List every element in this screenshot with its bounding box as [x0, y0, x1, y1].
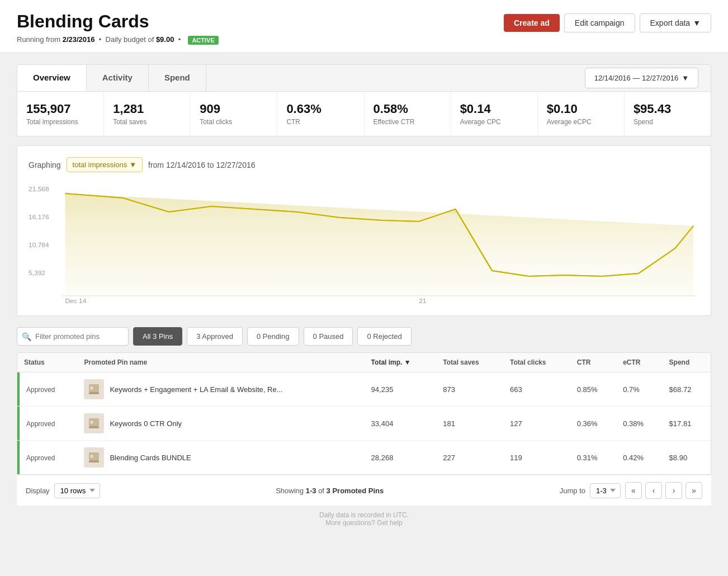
filter-all-pins[interactable]: All 3 Pins	[133, 327, 182, 346]
cell-status: Approved	[17, 407, 77, 441]
chevron-down-icon: ▼	[682, 74, 689, 82]
chart-area: 21,568 16,176 10,784 5,392	[29, 181, 699, 304]
svg-text:Dec 14: Dec 14	[65, 298, 87, 304]
status-badge: ACTIVE	[188, 36, 218, 45]
tab-activity[interactable]: Activity	[87, 65, 149, 91]
last-page-button[interactable]: »	[686, 482, 702, 499]
table-row: Approved Blending Cards BUNDLE 28,268 22…	[17, 441, 711, 475]
pin-thumb-icon	[87, 451, 101, 464]
campaign-meta: Running from 2/23/2016 • Daily budget of…	[17, 35, 219, 44]
graph-section: Graphing total impressions ▼ from 12/14/…	[17, 145, 711, 316]
cell-total-saves: 873	[436, 372, 503, 407]
pin-thumbnail	[84, 447, 104, 468]
cell-total-saves: 181	[436, 407, 503, 441]
stat-effective-ctr: 0.58% Effective CTR	[365, 92, 451, 136]
footer-note: Daily data is recorded in UTC. More ques…	[17, 506, 711, 532]
export-data-button[interactable]: Export data ▼	[640, 13, 711, 32]
svg-point-15	[90, 455, 93, 458]
cell-spend: $68.72	[663, 372, 711, 407]
filter-input[interactable]	[17, 327, 129, 346]
filter-approved[interactable]: 3 Approved	[187, 327, 243, 346]
cell-ctr: 0.85%	[570, 372, 616, 407]
cell-total-clicks: 119	[503, 441, 570, 475]
next-page-button[interactable]: ›	[665, 482, 682, 499]
page-header: Blending Cards Running from 2/23/2016 • …	[0, 0, 728, 53]
graph-header: Graphing total impressions ▼ from 12/14/…	[29, 157, 699, 172]
jump-to-select[interactable]: 1-3	[590, 483, 621, 498]
status-bar-indicator	[17, 372, 20, 406]
cell-total-imp: 94,235	[365, 372, 437, 407]
edit-campaign-button[interactable]: Edit campaign	[564, 13, 635, 32]
svg-text:10,784: 10,784	[29, 242, 49, 248]
cell-pin-name: Keywords + Engagement + LA Email & Websi…	[77, 372, 364, 407]
svg-rect-11	[89, 426, 99, 428]
status-bar-indicator	[17, 407, 20, 440]
col-status: Status	[17, 353, 77, 372]
cell-spend: $17.81	[663, 407, 711, 441]
col-total-saves: Total saves	[436, 353, 503, 372]
prev-page-button[interactable]: ‹	[645, 482, 662, 499]
filter-paused[interactable]: 0 Paused	[304, 327, 353, 346]
svg-point-9	[90, 386, 93, 390]
col-spend: Spend	[663, 353, 711, 372]
cell-status: Approved	[17, 441, 77, 475]
cell-total-clicks: 127	[503, 407, 570, 441]
table-footer: Display 10 rows Showing 1-3 of 3 Promote…	[17, 475, 711, 506]
svg-point-12	[90, 421, 93, 424]
first-page-button[interactable]: «	[625, 482, 642, 499]
cell-total-clicks: 663	[503, 372, 570, 407]
header-actions: Create ad Edit campaign Export data ▼	[504, 13, 711, 32]
cell-total-imp: 28,268	[365, 441, 437, 475]
svg-text:21: 21	[419, 298, 426, 304]
svg-text:21,568: 21,568	[29, 186, 49, 192]
status-bar-indicator	[17, 441, 20, 474]
filter-rejected[interactable]: 0 Rejected	[357, 327, 411, 346]
pin-thumb-icon	[87, 417, 101, 430]
col-total-imp[interactable]: Total imp. ▼	[365, 353, 437, 372]
tab-spend[interactable]: Spend	[149, 65, 206, 91]
chevron-down-icon: ▼	[129, 160, 136, 169]
pin-thumbnail	[84, 379, 104, 399]
display-select: Display 10 rows	[26, 483, 100, 498]
rows-per-page-select[interactable]: 10 rows	[54, 483, 100, 498]
tab-overview[interactable]: Overview	[17, 65, 87, 91]
col-ctr: CTR	[570, 353, 616, 372]
stat-spend: $95.43 Spend	[625, 92, 711, 136]
pagination: « ‹ › »	[625, 482, 702, 499]
table-row: Approved Keywords + Engagement + LA Emai…	[17, 372, 711, 407]
col-total-clicks: Total clicks	[503, 353, 570, 372]
promoted-pins-table: Status Promoted Pin name Total imp. ▼ To…	[17, 352, 711, 475]
main-content: Overview Activity Spend 12/14/2016 — 12/…	[0, 53, 728, 544]
stat-ctr: 0.63% CTR	[277, 92, 364, 136]
stat-total-saves: 1,281 Total saves	[104, 92, 191, 136]
chevron-down-icon: ▼	[693, 18, 701, 27]
pin-thumbnail	[84, 413, 104, 433]
filter-bar: 🔍 All 3 Pins 3 Approved 0 Pending 0 Paus…	[17, 327, 711, 346]
create-ad-button[interactable]: Create ad	[504, 14, 560, 32]
cell-ectr: 0.42%	[616, 441, 662, 475]
cell-status: Approved	[17, 372, 77, 407]
stats-bar: 155,907 Total impressions 1,281 Total sa…	[17, 92, 711, 136]
cell-spend: $8.90	[663, 441, 711, 475]
cell-ctr: 0.31%	[570, 441, 616, 475]
cell-ctr: 0.36%	[570, 407, 616, 441]
filter-pending[interactable]: 0 Pending	[247, 327, 299, 346]
svg-text:16,176: 16,176	[29, 214, 49, 220]
stat-avg-ecpc: $0.10 Average eCPC	[538, 92, 625, 136]
search-icon: 🔍	[22, 332, 31, 341]
chart-svg: 21,568 16,176 10,784 5,392	[29, 181, 699, 304]
jump-to: Jump to 1-3	[560, 483, 621, 498]
stat-avg-cpc: $0.14 Average CPC	[451, 92, 538, 136]
date-range-picker[interactable]: 12/14/2016 — 12/27/2016 ▼	[585, 68, 698, 88]
data-table: Status Promoted Pin name Total imp. ▼ To…	[17, 353, 711, 474]
cell-total-imp: 33,404	[365, 407, 437, 441]
table-row: Approved Keywords 0 CTR Only 33,404 181 …	[17, 407, 711, 441]
stat-total-clicks: 909 Total clicks	[191, 92, 277, 136]
svg-rect-8	[89, 392, 99, 394]
svg-rect-14	[89, 460, 99, 462]
showing-text: Showing 1-3 of 3 Promoted Pins	[276, 487, 384, 495]
table-header-row: Status Promoted Pin name Total imp. ▼ To…	[17, 353, 711, 372]
filter-input-wrap: 🔍	[17, 327, 129, 346]
graph-metric-dropdown[interactable]: total impressions ▼	[67, 157, 143, 172]
cell-pin-name: Keywords 0 CTR Only	[77, 407, 364, 441]
